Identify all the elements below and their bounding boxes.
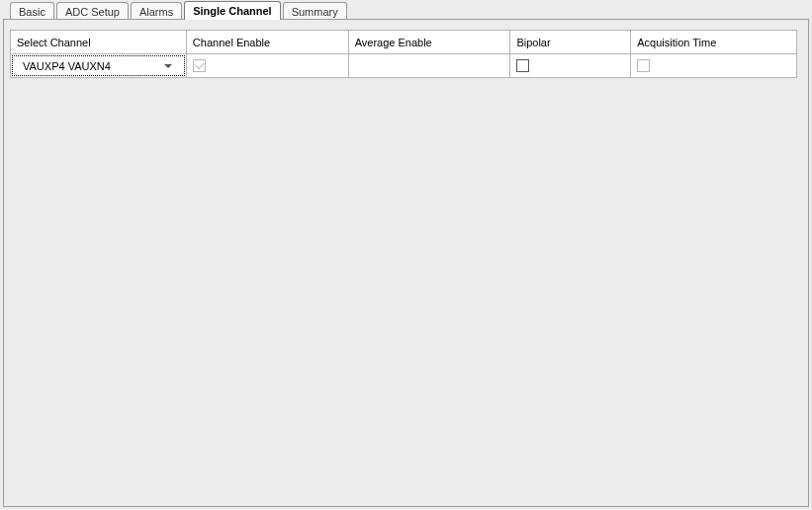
tab-basic[interactable]: Basic [10,2,54,20]
cell-bipolar[interactable] [510,54,631,78]
header-average-enable: Average Enable [348,31,510,54]
tab-label: Single Channel [193,5,271,17]
acquisition-time-checkbox [637,59,650,72]
tab-label: Summary [292,6,338,18]
tab-single-channel[interactable]: Single Channel [184,1,280,20]
tab-label: ADC Setup [65,6,120,18]
header-acquisition-time: Acquisition Time [631,31,797,54]
select-channel-value: VAUXP4 VAUXN4 [23,60,111,72]
tab-strip: Basic ADC Setup Alarms Single Channel Su… [0,0,812,20]
cell-acquisition-time [631,54,797,78]
tab-adc-setup[interactable]: ADC Setup [56,2,129,20]
cell-channel-enable [186,54,348,78]
bipolar-checkbox[interactable] [516,59,529,72]
channel-enable-checkbox [193,59,206,72]
channel-table: Select Channel Channel Enable Average En… [10,30,797,78]
tab-panel-single-channel: Select Channel Channel Enable Average En… [3,19,809,507]
header-bipolar: Bipolar [510,31,631,54]
tab-summary[interactable]: Summary [283,2,347,20]
tab-label: Alarms [139,6,173,18]
select-channel-dropdown[interactable]: VAUXP4 VAUXN4 [17,54,180,77]
header-channel-enable: Channel Enable [186,31,348,54]
tab-label: Basic [19,6,45,18]
table-header-row: Select Channel Channel Enable Average En… [11,31,797,54]
tab-alarms[interactable]: Alarms [131,2,182,20]
cell-select-channel[interactable]: VAUXP4 VAUXN4 [11,54,187,78]
table-row: VAUXP4 VAUXN4 [11,54,797,78]
cell-average-enable[interactable] [348,54,510,78]
header-select-channel: Select Channel [11,31,187,54]
chevron-down-icon [164,64,172,68]
